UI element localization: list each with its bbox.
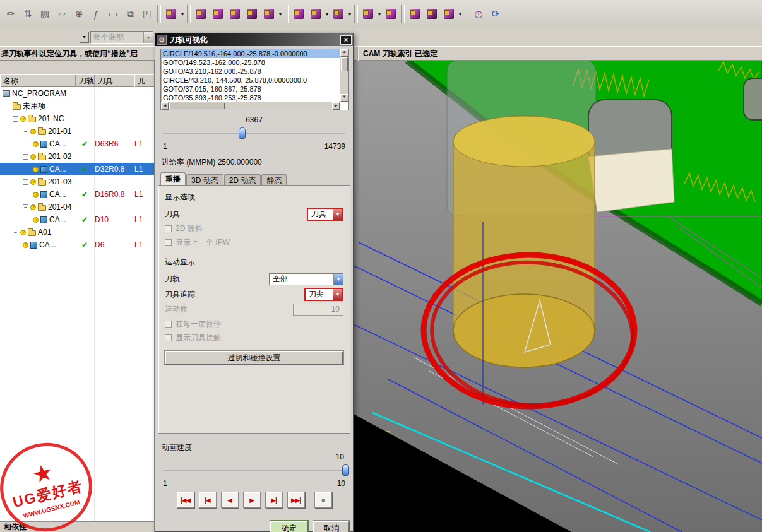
step-back-button[interactable]: |◀	[199, 492, 217, 508]
scrollbar-thumb[interactable]	[169, 103, 225, 109]
tree-row[interactable]: −201-02	[0, 150, 154, 163]
checkbox-icon[interactable]	[165, 321, 172, 328]
graphics-viewport[interactable]	[354, 61, 762, 532]
collapse-icon[interactable]: −	[13, 116, 18, 122]
toolpath-event-line[interactable]: GOTO/35.393,-160.253,-25.878	[161, 93, 348, 102]
chevron-down-icon[interactable]: ▾	[347, 11, 352, 17]
toolpath-event-line[interactable]: CIRCLE/43.210,-144.500,-25.878,0.0000000…	[161, 76, 348, 85]
create-method-icon[interactable]	[227, 6, 243, 23]
checkbox-icon[interactable]	[165, 334, 172, 341]
go-to-start-button[interactable]: |◀◀	[177, 492, 194, 508]
tree-row[interactable]: 未用项	[0, 100, 154, 112]
cancel-button[interactable]: 取消	[313, 521, 350, 532]
position-slider-thumb[interactable]	[239, 127, 246, 139]
column-header-tool[interactable]: 刀具	[95, 75, 134, 87]
animation-speed-slider[interactable]	[163, 464, 345, 476]
column-header-name[interactable]: 名称	[0, 75, 76, 87]
tree-row[interactable]: −A01	[0, 226, 154, 239]
horizontal-scrollbar[interactable]: ◀ ▶	[161, 102, 340, 110]
column-header-toolpath[interactable]: 刀轨	[76, 75, 95, 87]
stop-button[interactable]: ■	[314, 492, 332, 508]
collapse-icon[interactable]: −	[23, 154, 28, 160]
dialog-titlebar[interactable]: ⚙ 刀轨可视化 ×	[155, 33, 353, 46]
toolpath-event-list[interactable]: CIRCLE/149.516,-164.000,-25.878,-0.00000…	[160, 49, 349, 110]
tab-重播[interactable]: 重播	[160, 172, 186, 186]
chevron-down-icon[interactable]: ▼	[333, 209, 342, 220]
post-process-icon[interactable]	[441, 6, 457, 23]
verify-toolpath-icon[interactable]	[407, 6, 423, 23]
tree-row[interactable]: CA...✔D32R0.8L1	[0, 163, 154, 175]
collapse-icon[interactable]: −	[23, 129, 28, 134]
scroll-left-icon[interactable]: ◀	[161, 102, 169, 110]
tree-row[interactable]: CA...✔D6L1	[0, 239, 154, 251]
create-geometry-icon[interactable]	[210, 6, 226, 23]
removal-2d-checkbox[interactable]: 2D 除料	[165, 222, 343, 235]
play-forward-button[interactable]: ▶	[243, 492, 261, 508]
bounded-plane-icon[interactable]: ▭	[105, 6, 121, 23]
go-to-end-button[interactable]: ▶▶|	[287, 492, 305, 508]
close-icon[interactable]: ×	[340, 35, 352, 45]
toolpath-event-line[interactable]: GOTO/37.015,-160.867,-25.878	[161, 85, 348, 93]
create-program-icon[interactable]	[163, 6, 179, 23]
toolpath-event-line[interactable]: GOTO/149.523,-162.000,-25.878	[161, 58, 348, 67]
collapse-icon[interactable]: −	[13, 230, 18, 235]
copy-object-icon[interactable]	[307, 6, 324, 23]
toolpath-display-combo[interactable]: 全部 ▼	[269, 273, 343, 285]
ok-button[interactable]: 确定	[270, 521, 308, 532]
chevron-down-icon[interactable]: ▾	[458, 11, 463, 17]
create-operation-icon[interactable]	[244, 6, 260, 23]
sketch-edit-icon[interactable]: ✏	[3, 6, 19, 23]
chevron-down-icon[interactable]: ▼	[143, 32, 153, 43]
play-backward-button[interactable]: ◀	[221, 492, 239, 508]
tree-row[interactable]: NC_PROGRAM	[0, 87, 154, 100]
filter-dropdown-icon[interactable]: ▼	[80, 32, 89, 43]
chevron-down-icon[interactable]: ▾	[324, 11, 330, 17]
generate-toolpath-icon[interactable]	[360, 6, 376, 23]
tab-2D 动态[interactable]: 2D 动态	[224, 174, 261, 186]
collapse-icon[interactable]: −	[23, 179, 28, 185]
machining-time-icon[interactable]: ◷	[470, 6, 487, 23]
tab-3D 动态[interactable]: 3D 动态	[186, 174, 223, 186]
tree-row[interactable]: −201-NC	[0, 112, 154, 125]
cut-object-icon[interactable]	[290, 6, 307, 23]
tree-row[interactable]: CA...✔D10L1	[0, 213, 154, 226]
tab-静态[interactable]: 静态	[261, 174, 287, 186]
vertical-scrollbar[interactable]: ▲ ▼	[340, 49, 348, 102]
collapse-icon[interactable]: −	[23, 204, 28, 210]
tree-row[interactable]: CA...✔D63R6L1	[0, 138, 154, 150]
motion-count-input[interactable]: 10	[293, 304, 343, 316]
scrollbar-thumb[interactable]	[341, 57, 348, 71]
show-contact-checkbox[interactable]: 显示刀具接触	[165, 331, 343, 345]
tool-display-combo[interactable]: 刀具 ▼	[307, 208, 343, 221]
pause-each-level-checkbox[interactable]: 在每一层暂停	[165, 317, 343, 331]
chevron-down-icon[interactable]: ▼	[333, 274, 343, 285]
checkbox-icon[interactable]	[165, 225, 172, 232]
show-ipw-checkbox[interactable]: 显示上一个 IPW	[165, 235, 343, 249]
move-object-icon[interactable]: ◳	[139, 6, 155, 23]
position-slider[interactable]	[163, 127, 345, 139]
tool-tracking-combo[interactable]: 刀尖 ▼	[304, 288, 343, 301]
chevron-down-icon[interactable]: ▾	[278, 11, 283, 17]
tree-row[interactable]: CA...✔D16R0.8L1	[0, 188, 154, 201]
scroll-down-icon[interactable]: ▼	[340, 94, 348, 102]
expression-icon[interactable]: ƒ	[88, 6, 104, 23]
parallel-generate-icon[interactable]	[383, 6, 399, 23]
step-forward-button[interactable]: ▶|	[265, 492, 283, 508]
chevron-down-icon[interactable]: ▾	[377, 11, 382, 17]
datum-plane-icon[interactable]: ▱	[54, 6, 70, 23]
section-pattern-icon[interactable]: ▨	[37, 6, 53, 23]
edit-object-icon[interactable]	[261, 6, 277, 23]
paste-object-icon[interactable]	[330, 6, 347, 23]
checkbox-icon[interactable]	[165, 239, 172, 246]
column-header-geometry[interactable]: 几	[134, 75, 155, 87]
assembly-scope-combo[interactable]: 整个装配 ▼	[90, 31, 153, 44]
scroll-up-icon[interactable]: ▲	[340, 49, 348, 57]
speed-slider-thumb[interactable]	[342, 464, 349, 476]
point-set-icon[interactable]: ⊕	[71, 6, 87, 23]
chevron-down-icon[interactable]: ▾	[180, 11, 185, 17]
tree-row[interactable]: −201-04	[0, 201, 154, 213]
create-tool-icon[interactable]	[193, 6, 209, 23]
tree-row[interactable]: −201-03	[0, 175, 154, 188]
gouge-collision-settings-button[interactable]: 过切和碰撞设置	[165, 351, 343, 365]
simulate-machine-icon[interactable]	[424, 6, 440, 23]
